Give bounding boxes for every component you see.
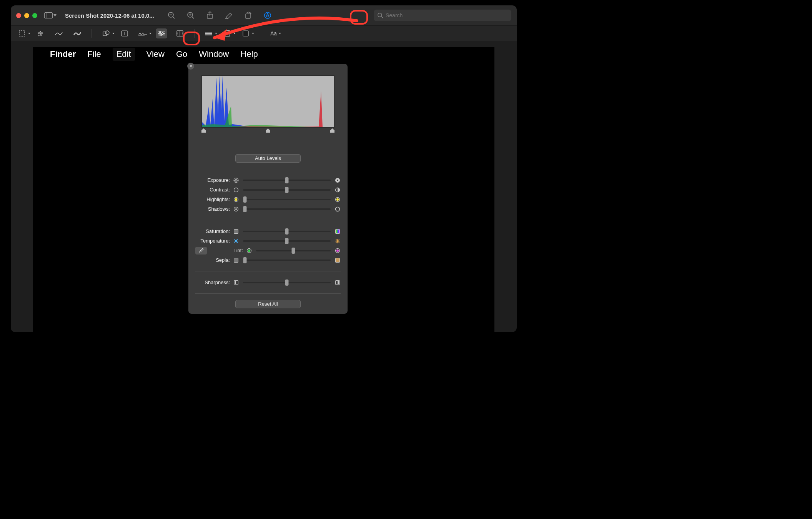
- slider-track[interactable]: [243, 189, 331, 191]
- popover-close-button[interactable]: ✕: [187, 63, 194, 70]
- ring-icon: [334, 206, 341, 212]
- dot-yellow-icon: [334, 196, 341, 203]
- toolbar-divider: [92, 29, 92, 38]
- svg-point-50: [336, 207, 340, 211]
- menubar-item-view: View: [146, 49, 165, 59]
- slider-label: Highlights:: [195, 196, 230, 202]
- fullscreen-window-button[interactable]: [32, 13, 37, 18]
- svg-line-7: [192, 17, 194, 18]
- slider-label: Temperature:: [195, 238, 230, 244]
- slider-track[interactable]: [243, 282, 331, 283]
- slider-row: Tint:: [188, 246, 348, 255]
- svg-line-17: [381, 17, 383, 18]
- slider-thumb[interactable]: [243, 196, 246, 203]
- slider-row: Highlights:: [188, 195, 348, 204]
- svg-point-64: [336, 249, 339, 251]
- menubar-item-go: Go: [176, 49, 187, 59]
- slider-track[interactable]: [243, 260, 331, 261]
- eyedropper-button[interactable]: [195, 247, 207, 255]
- shape-style-button[interactable]: [203, 28, 215, 38]
- svg-rect-65: [234, 258, 238, 262]
- menubar-item-edit: Edit: [113, 48, 135, 61]
- traffic-lights: [16, 13, 37, 18]
- markup-button[interactable]: [262, 10, 273, 21]
- svg-point-22: [105, 31, 109, 35]
- search-field[interactable]: [374, 10, 511, 21]
- svg-rect-68: [235, 281, 236, 284]
- zoom-in-button[interactable]: [185, 10, 196, 21]
- section-divider: [195, 293, 341, 294]
- text-button[interactable]: T: [119, 28, 130, 38]
- close-window-button[interactable]: [16, 13, 21, 18]
- snow-orange-icon: [334, 238, 341, 244]
- border-color-button[interactable]: [221, 28, 233, 38]
- adjust-size-button[interactable]: [174, 28, 186, 38]
- slider-thumb[interactable]: [292, 248, 295, 254]
- rotate-button[interactable]: [243, 10, 254, 21]
- svg-point-29: [162, 32, 163, 34]
- svg-rect-37: [225, 31, 230, 36]
- toolbar-center-group: [166, 10, 273, 21]
- slider-thumb[interactable]: [285, 177, 289, 183]
- section-divider: [195, 271, 341, 271]
- svg-rect-70: [338, 281, 339, 284]
- highlight-button[interactable]: [223, 10, 235, 21]
- shapes-button[interactable]: [100, 28, 112, 38]
- window-title: Screen Shot 2020-12-06 at 10.0...: [65, 12, 154, 19]
- square-grey-icon: [233, 228, 239, 235]
- dot-yellow-icon: [233, 196, 239, 203]
- slider-track[interactable]: [256, 250, 331, 251]
- search-input[interactable]: [386, 12, 508, 18]
- section-divider: [195, 220, 341, 220]
- dot-magenta-icon: [334, 248, 341, 254]
- slider-row: Contrast:: [188, 185, 348, 195]
- slider-thumb[interactable]: [285, 228, 289, 235]
- zoom-out-button[interactable]: [166, 10, 177, 21]
- titlebar: Screen Shot 2020-12-06 at 10.0...: [11, 5, 517, 25]
- sketch-button[interactable]: [53, 28, 65, 38]
- sidebar-toggle-button[interactable]: [44, 12, 57, 18]
- svg-point-31: [160, 34, 161, 35]
- screenshot-menubar: Finder File Edit View Go Window Help: [33, 47, 494, 62]
- instant-alpha-button[interactable]: [35, 28, 46, 38]
- auto-levels-button[interactable]: Auto Levels: [235, 154, 301, 163]
- slider-track[interactable]: [243, 180, 331, 181]
- text-style-button[interactable]: Aa: [269, 28, 278, 38]
- preview-window: Screen Shot 2020-12-06 at 10.0... T: [11, 5, 517, 332]
- fill-color-button[interactable]: [240, 28, 251, 38]
- menubar-app-name: Finder: [50, 49, 76, 59]
- draw-button[interactable]: [72, 28, 83, 38]
- selection-tool-button[interactable]: [16, 28, 28, 38]
- slider-thumb[interactable]: [285, 279, 289, 286]
- dot-green-icon: [246, 248, 252, 254]
- adjust-color-button[interactable]: [156, 28, 167, 38]
- histogram-clip-markers[interactable]: [201, 128, 334, 133]
- section-divider: [195, 169, 341, 169]
- markup-toolbar: T Aa: [11, 25, 517, 41]
- reset-all-button[interactable]: Reset All: [235, 300, 301, 308]
- slider-label: Sharpness:: [195, 279, 230, 285]
- slider-row: Shadows:: [188, 204, 348, 214]
- slider-track[interactable]: [243, 240, 331, 242]
- minimize-window-button[interactable]: [24, 13, 29, 18]
- svg-rect-13: [246, 14, 250, 18]
- target-icon: [233, 206, 239, 212]
- slider-thumb[interactable]: [285, 187, 289, 193]
- slider-thumb[interactable]: [285, 238, 289, 244]
- circle-empty-icon: [233, 187, 239, 193]
- square-sharp-icon: [334, 279, 341, 286]
- search-icon: [378, 13, 383, 18]
- slider-label: Saturation:: [195, 228, 230, 234]
- slider-thumb[interactable]: [243, 257, 246, 263]
- sign-button[interactable]: [137, 28, 149, 38]
- svg-marker-2: [53, 14, 57, 17]
- svg-rect-21: [103, 32, 107, 36]
- share-button[interactable]: [204, 10, 216, 21]
- slider-track[interactable]: [243, 199, 331, 200]
- slider-track[interactable]: [243, 208, 331, 210]
- slider-label: Tint:: [208, 248, 243, 253]
- svg-rect-0: [45, 13, 53, 18]
- circle-half-icon: [334, 187, 341, 193]
- slider-track[interactable]: [243, 231, 331, 232]
- slider-thumb[interactable]: [243, 206, 246, 212]
